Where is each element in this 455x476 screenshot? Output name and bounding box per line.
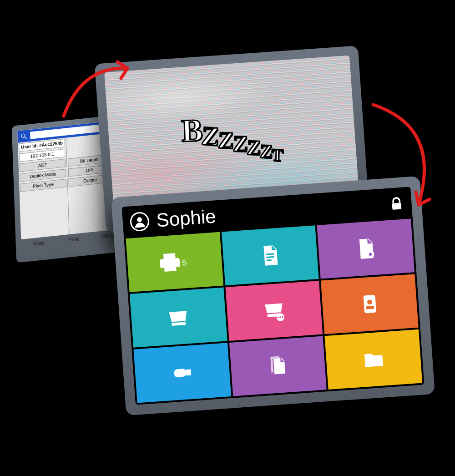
svg-point-2 bbox=[137, 217, 142, 223]
svg-point-0 bbox=[21, 134, 25, 138]
transition-arrow-1 bbox=[59, 57, 141, 121]
tile-usb[interactable] bbox=[133, 343, 231, 403]
tile-folder[interactable] bbox=[325, 329, 422, 390]
document-icon bbox=[258, 243, 283, 268]
svg-text:•••: ••• bbox=[277, 314, 284, 321]
scanner-icon bbox=[166, 305, 191, 330]
printer-icon bbox=[157, 250, 183, 275]
tab-print[interactable]: Print bbox=[56, 233, 91, 254]
tile-doc-settings[interactable] bbox=[317, 218, 415, 279]
search-icon bbox=[20, 132, 27, 140]
folder-icon bbox=[361, 347, 386, 372]
svg-rect-15 bbox=[366, 306, 374, 309]
svg-rect-17 bbox=[186, 369, 192, 375]
svg-rect-16 bbox=[174, 369, 187, 377]
svg-line-1 bbox=[25, 137, 26, 139]
transition-arrow-2 bbox=[364, 100, 441, 218]
svg-rect-18 bbox=[364, 358, 383, 367]
print-badge: 5 bbox=[182, 258, 187, 268]
document-copy-icon bbox=[265, 354, 291, 379]
avatar-icon[interactable] bbox=[130, 212, 150, 232]
tile-grid: 5 bbox=[124, 218, 424, 405]
tile-print[interactable]: 5 bbox=[126, 232, 223, 292]
sophie-screen: Sophie 5 bbox=[122, 187, 425, 405]
glitch-sound-text: BZZZZZT bbox=[181, 119, 283, 159]
tile-scan-more[interactable]: ••• bbox=[225, 281, 323, 341]
tile-document[interactable] bbox=[222, 225, 319, 285]
id-card-icon bbox=[357, 291, 383, 317]
tab-scan[interactable]: Scan bbox=[22, 237, 56, 258]
usb-icon bbox=[170, 360, 195, 386]
tile-doc-copy[interactable] bbox=[229, 336, 327, 396]
tile-id-card[interactable] bbox=[321, 274, 418, 334]
scanner-more-icon: ••• bbox=[262, 298, 287, 324]
tile-scan[interactable] bbox=[130, 288, 227, 348]
svg-rect-9 bbox=[172, 322, 186, 326]
document-gear-icon bbox=[353, 236, 379, 262]
